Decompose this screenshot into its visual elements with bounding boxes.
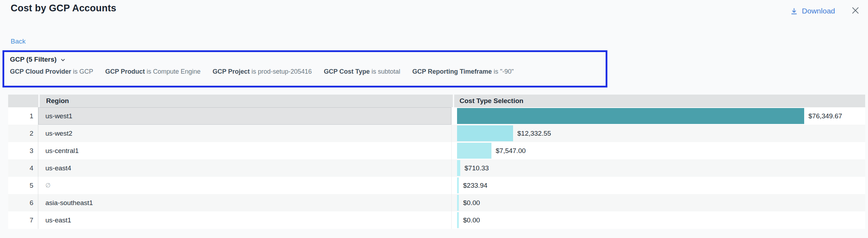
cost-value-label: $233.94 xyxy=(463,182,488,189)
region-cell[interactable]: us-east4 xyxy=(38,159,452,177)
cost-bar[interactable] xyxy=(457,195,459,211)
cost-by-gcp-accounts-panel: Cost by GCP Accounts Download Back GCP (… xyxy=(0,0,868,238)
filter-item: GCP Projectis prod-setup-205416 xyxy=(213,68,312,75)
download-button[interactable]: Download xyxy=(790,7,835,15)
header-actions: Download xyxy=(790,5,861,17)
table-header-row: Region Cost Type Selection xyxy=(8,95,865,107)
cost-table: Region Cost Type Selection 1 us-west1 $7… xyxy=(8,95,865,229)
filter-item: GCP Productis Compute Engine xyxy=(105,68,201,75)
filter-panel: GCP (5 Filters) GCP Cloud Provideris GCP… xyxy=(2,50,607,87)
cost-type-selection-column-header[interactable]: Cost Type Selection xyxy=(454,95,865,107)
cost-value-label: $710.33 xyxy=(464,164,489,172)
row-number: 7 xyxy=(8,211,38,229)
table-row[interactable]: 3 us-central1 $7,547.00 xyxy=(8,142,865,159)
cost-value-label: $0.00 xyxy=(463,216,480,224)
cost-value-label: $0.00 xyxy=(463,199,480,207)
row-number: 6 xyxy=(8,194,38,211)
cost-value-label: $76,349.67 xyxy=(808,112,842,120)
download-icon xyxy=(790,7,798,15)
cost-bar[interactable] xyxy=(457,143,491,159)
region-cell[interactable]: asia-southeast1 xyxy=(38,194,452,211)
filter-field: GCP Reporting Timeframe xyxy=(412,68,492,75)
region-cell[interactable]: us-west1 xyxy=(38,107,452,125)
filter-condition: is Compute Engine xyxy=(146,68,200,75)
region-cell[interactable]: us-east1 xyxy=(38,211,452,229)
filter-condition: is subtotal xyxy=(372,68,400,75)
filter-summary-toggle[interactable]: GCP (5 Filters) xyxy=(10,56,66,63)
back-link[interactable]: Back xyxy=(11,38,26,45)
filter-item: GCP Cloud Provideris GCP xyxy=(10,68,93,75)
cost-bar-cell: $12,332.55 xyxy=(452,125,865,142)
filter-field: GCP Cloud Provider xyxy=(10,68,71,75)
cost-bar-cell: $76,349.67 xyxy=(452,107,865,125)
cost-bar-cell: $710.33 xyxy=(452,159,865,177)
cost-bar-cell: $0.00 xyxy=(452,211,865,229)
table-row[interactable]: 6 asia-southeast1 $0.00 xyxy=(8,194,865,211)
chevron-down-icon xyxy=(60,56,66,63)
filter-field: GCP Product xyxy=(105,68,145,75)
filter-summary-label: GCP (5 Filters) xyxy=(10,56,57,63)
close-icon xyxy=(851,6,860,16)
cost-bar-cell: $233.94 xyxy=(452,177,865,194)
table-row[interactable]: 5 ∅ $233.94 xyxy=(8,177,865,194)
row-number: 1 xyxy=(8,107,38,125)
cost-bar[interactable] xyxy=(457,212,459,228)
filter-condition: is prod-setup-205416 xyxy=(251,68,312,75)
table-body: 1 us-west1 $76,349.67 2 us-west2 $12,332… xyxy=(8,107,865,229)
region-cell[interactable]: us-central1 xyxy=(38,142,452,159)
filter-item: GCP Reporting Timeframeis "-90" xyxy=(412,68,514,75)
cost-bar-cell: $7,547.00 xyxy=(452,142,865,159)
page-title: Cost by GCP Accounts xyxy=(11,3,116,14)
cost-bar[interactable] xyxy=(457,160,460,176)
cost-value-label: $12,332.55 xyxy=(517,130,551,137)
filter-list: GCP Cloud Provideris GCPGCP Productis Co… xyxy=(10,68,600,75)
download-label: Download xyxy=(802,7,835,15)
cost-value-label: $7,547.00 xyxy=(496,147,526,155)
filter-field: GCP Cost Type xyxy=(324,68,369,75)
filter-field: GCP Project xyxy=(213,68,250,75)
filter-condition: is GCP xyxy=(73,68,93,75)
row-number-column-header xyxy=(8,95,38,107)
region-cell[interactable]: ∅ xyxy=(38,177,452,194)
table-row[interactable]: 2 us-west2 $12,332.55 xyxy=(8,125,865,142)
close-button[interactable] xyxy=(850,5,861,17)
region-column-header[interactable]: Region xyxy=(40,95,453,107)
table-row[interactable]: 4 us-east4 $710.33 xyxy=(8,159,865,177)
row-number: 2 xyxy=(8,125,38,142)
region-cell[interactable]: us-west2 xyxy=(38,125,452,142)
row-number: 4 xyxy=(8,159,38,177)
cost-bar-cell: $0.00 xyxy=(452,194,865,211)
table-row[interactable]: 1 us-west1 $76,349.67 xyxy=(8,107,865,125)
row-number: 3 xyxy=(8,142,38,159)
cost-bar[interactable] xyxy=(457,125,513,141)
table-row[interactable]: 7 us-east1 $0.00 xyxy=(8,211,865,229)
cost-bar[interactable] xyxy=(457,108,804,124)
filter-item: GCP Cost Typeis subtotal xyxy=(324,68,400,75)
filter-condition: is "-90" xyxy=(494,68,514,75)
row-number: 5 xyxy=(8,177,38,194)
cost-bar[interactable] xyxy=(457,177,459,193)
